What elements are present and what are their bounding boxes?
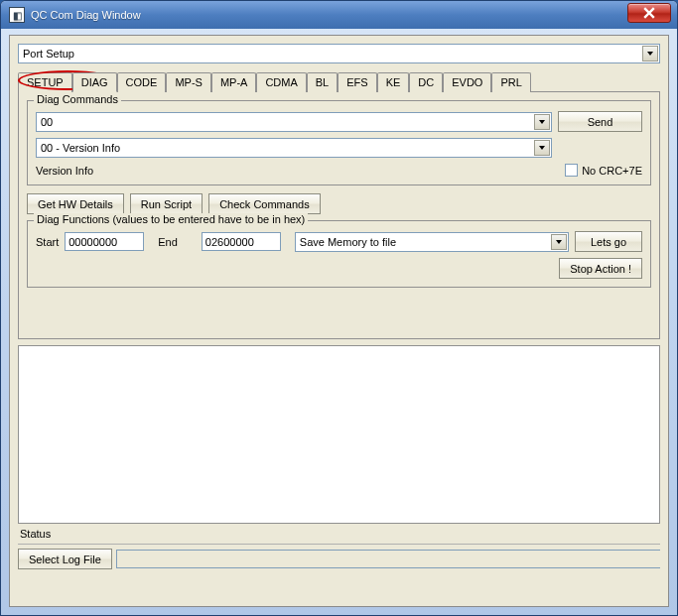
- version-info-label: Version Info: [36, 165, 93, 177]
- tab-diag[interactable]: DIAG: [72, 72, 117, 92]
- lets-go-button[interactable]: Lets go: [575, 231, 642, 252]
- no-crc-label: No CRC+7E: [582, 165, 642, 177]
- chevron-down-icon: [646, 50, 654, 58]
- port-setup-value: Port Setup: [23, 48, 74, 60]
- tab-bl[interactable]: BL: [307, 72, 338, 92]
- get-hw-details-button[interactable]: Get HW Details: [27, 193, 124, 214]
- chevron-down-icon: [538, 144, 546, 152]
- tab-bar: SETUP DIAG CODE MP-S MP-A CDMA BL EFS KE…: [18, 71, 660, 91]
- diag-info-value: 00 - Version Info: [41, 142, 120, 154]
- chevron-down-icon: [538, 118, 546, 126]
- tab-code[interactable]: CODE: [117, 72, 167, 92]
- checkbox-icon: [565, 164, 578, 177]
- no-crc-checkbox[interactable]: No CRC+7E: [565, 164, 642, 177]
- diag-commands-title: Diag Commands: [34, 93, 121, 105]
- output-area[interactable]: [18, 345, 660, 524]
- action-select[interactable]: Save Memory to file: [295, 232, 569, 252]
- run-script-button[interactable]: Run Script: [130, 193, 203, 214]
- tab-setup[interactable]: SETUP: [18, 72, 72, 92]
- diag-functions-group: Diag Functions (values to be entered hav…: [27, 220, 651, 288]
- tab-efs[interactable]: EFS: [338, 72, 376, 92]
- diag-command-select[interactable]: 00: [36, 112, 552, 132]
- chevron-down-icon: [555, 238, 563, 246]
- end-input[interactable]: [202, 232, 281, 251]
- close-button[interactable]: [627, 3, 671, 23]
- close-icon: [643, 7, 655, 19]
- port-setup-dropdown[interactable]: Port Setup: [18, 44, 660, 63]
- window-title: QC Com Diag Window: [31, 9, 141, 21]
- app-window: ◧ QC Com Diag Window Port Setup SETUP DI…: [0, 0, 678, 616]
- tab-panel-diag: Diag Commands 00 Send 00 - Version Info: [18, 91, 660, 339]
- select-log-file-button[interactable]: Select Log File: [18, 549, 112, 569]
- dropdown-button[interactable]: [551, 234, 567, 250]
- dropdown-button[interactable]: [534, 114, 550, 130]
- start-label: Start: [36, 236, 59, 248]
- diag-command-value: 00: [41, 116, 53, 128]
- diag-commands-group: Diag Commands 00 Send 00 - Version Info: [27, 100, 651, 185]
- action-value: Save Memory to file: [300, 236, 396, 248]
- diag-functions-title: Diag Functions (values to be entered hav…: [34, 213, 308, 225]
- status-label: Status: [18, 524, 660, 542]
- log-file-path: [116, 550, 660, 568]
- tab-ke[interactable]: KE: [377, 72, 410, 92]
- stop-action-button[interactable]: Stop Action !: [559, 258, 642, 279]
- tab-mps[interactable]: MP-S: [166, 72, 211, 92]
- tab-mpa[interactable]: MP-A: [211, 72, 257, 92]
- tab-dc[interactable]: DC: [409, 72, 443, 92]
- diag-info-select[interactable]: 00 - Version Info: [36, 138, 552, 158]
- dropdown-button[interactable]: [642, 46, 658, 62]
- check-commands-button[interactable]: Check Commands: [208, 193, 320, 214]
- dropdown-button[interactable]: [534, 140, 550, 156]
- send-button[interactable]: Send: [558, 111, 642, 132]
- client-area: Port Setup SETUP DIAG CODE MP-S MP-A CDM…: [9, 35, 669, 607]
- app-icon: ◧: [9, 7, 25, 23]
- titlebar[interactable]: ◧ QC Com Diag Window: [1, 1, 677, 29]
- tab-prl[interactable]: PRL: [491, 72, 530, 92]
- end-label: End: [158, 236, 178, 248]
- start-input[interactable]: [65, 232, 144, 251]
- tab-evdo[interactable]: EVDO: [443, 72, 491, 92]
- tab-cdma[interactable]: CDMA: [256, 72, 306, 92]
